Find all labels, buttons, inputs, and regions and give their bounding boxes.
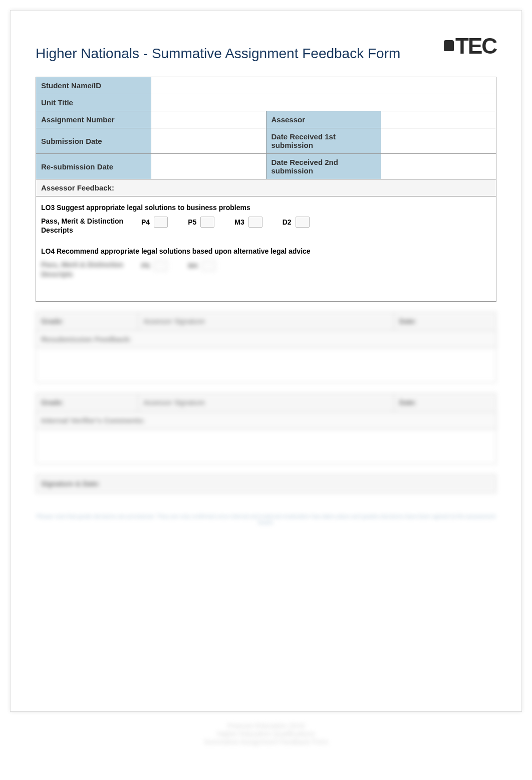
sig-date-table: Signature & Date: xyxy=(36,474,496,493)
checkbox-p4[interactable] xyxy=(154,217,168,228)
lo3-text: Suggest appropriate legal solutions to b… xyxy=(55,204,250,212)
assessor-label: Assessor xyxy=(266,111,381,128)
iv-comments-label: Internal Verifier's Comments: xyxy=(36,412,496,429)
unit-title-value[interactable] xyxy=(151,94,496,111)
form-table: Student Name/ID Unit Title Assignment Nu… xyxy=(36,77,496,179)
resubmission-date-label: Re-submission Date xyxy=(36,154,151,179)
grade-p5: P5 xyxy=(188,217,214,228)
resubmission-date-value[interactable] xyxy=(151,154,266,179)
blurred-lo4-grades: Pass, Merit & Distinction Descripts P6 M… xyxy=(41,260,491,278)
assignment-number-value[interactable] xyxy=(151,111,266,128)
date-received-1-value[interactable] xyxy=(381,128,496,154)
lo3-grade-row: Pass, Merit & Distinction Descripts P4 P… xyxy=(41,217,491,235)
resub-feedback-block xyxy=(36,348,496,383)
checkbox-m4 xyxy=(202,260,216,271)
assessor-feedback-header: Assessor Feedback: xyxy=(36,179,496,197)
checkbox-p6 xyxy=(154,260,168,271)
iv-comments-block xyxy=(36,429,496,464)
checkbox-m3[interactable] xyxy=(248,217,262,228)
lo4-line: LO4 Recommend appropriate legal solution… xyxy=(41,247,491,255)
unit-title-label: Unit Title xyxy=(36,94,151,111)
grade-descriptors-label: Pass, Merit & Distinction Descripts xyxy=(41,217,131,235)
checkbox-d2[interactable] xyxy=(296,217,310,228)
grade-p4: P4 xyxy=(141,217,168,228)
checkbox-p5[interactable] xyxy=(200,217,214,228)
lo3-tag: LO3 xyxy=(41,204,55,212)
student-name-value[interactable] xyxy=(151,77,496,94)
grade-m3: M3 xyxy=(234,217,262,228)
lo4-text: Recommend appropriate legal solutions ba… xyxy=(55,247,310,255)
date-received-2-label: Date Received 2nd submission xyxy=(266,154,381,179)
page-title: Higher Nationals - Summative Assignment … xyxy=(36,46,400,62)
grade-d2: D2 xyxy=(283,217,310,228)
grade-sig-table-2: Grade: Assessor Signature: Date: xyxy=(36,393,496,412)
submission-date-label: Submission Date xyxy=(36,128,151,154)
lo3-grade-items: P4 P5 M3 D2 xyxy=(141,217,310,228)
assignment-number-label: Assignment Number xyxy=(36,111,151,128)
btec-logo: TEC xyxy=(444,34,496,59)
footer-note: Please note that grade decisions are pro… xyxy=(36,513,496,525)
date-received-2-value[interactable] xyxy=(381,154,496,179)
submission-date-value[interactable] xyxy=(151,128,266,154)
bottom-caption: Pearson Education 2018 Higher Education … xyxy=(10,722,522,746)
feedback-body: LO3 Suggest appropriate legal solutions … xyxy=(36,197,496,302)
lo3-line: LO3 Suggest appropriate legal solutions … xyxy=(41,204,491,212)
lo4-tag: LO4 xyxy=(41,247,55,255)
page-container: Higher Nationals - Summative Assignment … xyxy=(10,10,522,712)
student-name-label: Student Name/ID xyxy=(36,77,151,94)
assessor-value[interactable] xyxy=(381,111,496,128)
header-row: Higher Nationals - Summative Assignment … xyxy=(36,31,496,62)
grade-sig-table-1: Grade: Assessor Signature: Date: xyxy=(36,312,496,331)
blurred-signature-area: Grade: Assessor Signature: Date: Resubmi… xyxy=(36,312,496,525)
date-received-1-label: Date Received 1st submission xyxy=(266,128,381,154)
resub-feedback-label: Resubmission Feedback: xyxy=(36,331,496,348)
